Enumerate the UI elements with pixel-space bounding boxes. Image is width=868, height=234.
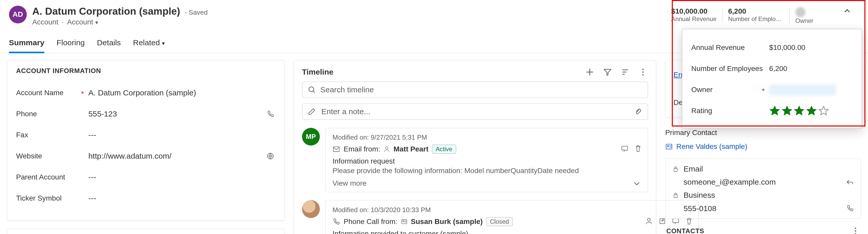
field-fax[interactable]: Fax --- — [16, 125, 275, 145]
chevron-down-icon[interactable] — [633, 179, 641, 187]
tab-summary[interactable]: Summary — [9, 34, 44, 53]
search-icon — [308, 86, 316, 94]
header-fields-flyout: Annual Revenue $10,000.00 Number of Empl… — [682, 29, 862, 129]
field-ticker-symbol[interactable]: Ticker Symbol --- — [16, 188, 275, 209]
timeline-item-card[interactable]: Modified on: 9/27/2021 5:31 PM Email fro… — [325, 128, 648, 193]
timeline-item-from[interactable]: Matt Peart — [394, 145, 429, 153]
tab-flooring[interactable]: Flooring — [57, 34, 85, 53]
tab-related[interactable]: Related▾ — [133, 34, 165, 53]
flyout-annual-revenue[interactable]: Annual Revenue $10,000.00 — [691, 37, 853, 58]
status-badge: Active — [432, 144, 456, 154]
timeline-view-more[interactable]: View more — [333, 179, 366, 188]
form-selector[interactable]: Account ▾ — [67, 18, 98, 26]
primary-contact-section: Primary Contact Rene Valdes (sample) — [665, 125, 861, 151]
contact-email-row[interactable]: Email — [672, 165, 854, 173]
chevron-down-icon: ▾ — [95, 19, 98, 26]
svg-point-3 — [643, 74, 644, 75]
timeline-item-modified: Modified on: 10/3/2020 10:33 PM — [333, 206, 692, 214]
star-icon[interactable] — [806, 105, 817, 116]
contact-business-row[interactable]: Business — [672, 191, 854, 200]
timeline-item-snippet: Please provide the following information… — [333, 167, 641, 175]
svg-rect-16 — [674, 195, 678, 198]
lock-icon — [672, 192, 679, 199]
required-indicator: * — [762, 87, 765, 95]
primary-contact-label: Primary Contact — [665, 129, 861, 137]
timeline-search-input[interactable]: Search timeline — [302, 81, 648, 98]
svg-point-6 — [386, 147, 388, 149]
timeline-item-card[interactable]: Modified on: 10/3/2020 10:33 PM Phone Ca… — [325, 200, 699, 234]
svg-rect-7 — [622, 146, 628, 150]
rating-stars[interactable] — [769, 105, 852, 116]
kf-revenue-value: $10,000.00 — [671, 7, 717, 15]
kf-annual-revenue[interactable]: $10,000.00 Annual Revenue — [665, 7, 722, 23]
chevron-down-icon: ▾ — [162, 40, 165, 46]
kf-owner-label: Owner — [796, 17, 834, 25]
svg-point-9 — [403, 221, 404, 222]
star-icon[interactable] — [769, 105, 780, 116]
svg-rect-5 — [334, 147, 339, 152]
dot-separator: · — [62, 18, 64, 26]
lock-icon — [672, 166, 679, 172]
primary-contact-link[interactable]: Rene Valdes (sample) — [665, 142, 861, 151]
timeline-item-from[interactable]: Susan Burk (sample) — [411, 218, 483, 226]
contact-icon — [665, 143, 673, 151]
saved-indicator: - Saved — [185, 9, 208, 16]
timeline-item-avatar: MP — [302, 128, 320, 145]
timeline-more-button[interactable] — [638, 67, 648, 77]
reply-icon[interactable] — [846, 178, 854, 186]
timeline-item-modified: Modified on: 9/27/2021 5:31 PM — [333, 134, 641, 141]
record-entity: Account — [32, 18, 58, 26]
star-icon[interactable] — [781, 105, 793, 116]
flyout-employees[interactable]: Number of Employees 6,200 — [691, 58, 853, 79]
timeline-title: Timeline — [302, 68, 585, 76]
timeline-reply-button[interactable] — [621, 145, 628, 153]
kf-employees[interactable]: 6,200 Number of Employees — [722, 7, 789, 23]
kf-owner[interactable]: Owner — [789, 7, 839, 25]
contacts-more-button[interactable] — [851, 227, 860, 234]
key-fields-toggle[interactable] — [839, 7, 855, 15]
flyout-revenue-value: $10,000.00 — [769, 43, 852, 52]
field-website[interactable]: Website http://www.adatum.com/ — [16, 145, 275, 167]
timeline-filter-button[interactable] — [602, 67, 613, 77]
phone-icon[interactable] — [267, 110, 276, 118]
timeline-note-input[interactable]: Enter a note... — [302, 103, 648, 120]
timeline-item: MP Modified on: 9/27/2021 5:31 PM Email … — [302, 128, 648, 193]
kf-employees-value: 6,200 — [728, 7, 784, 15]
status-badge: Closed — [486, 217, 513, 226]
contact-business-value: 555-0108 — [683, 204, 716, 213]
field-parent-account[interactable]: Parent Account --- — [16, 167, 275, 188]
field-account-name[interactable]: Account Name* A. Datum Corporation (samp… — [16, 82, 275, 103]
field-website-value: http://www.adatum.com/ — [88, 152, 172, 161]
header-key-fields: $10,000.00 Annual Revenue 6,200 Number o… — [662, 6, 859, 25]
globe-icon[interactable] — [267, 152, 276, 160]
record-avatar: AD — [9, 6, 27, 24]
timeline-item-subject: Information request — [333, 157, 641, 165]
field-parent-account-value: --- — [88, 173, 275, 181]
star-icon[interactable] — [818, 105, 829, 116]
contacts-title: CONTACTS — [666, 227, 704, 234]
account-information-title: ACCOUNT INFORMATION — [16, 67, 275, 74]
timeline-sort-button[interactable] — [620, 67, 630, 77]
field-account-name-value: A. Datum Corporation (sample) — [88, 89, 275, 97]
star-icon[interactable] — [794, 105, 805, 116]
flyout-rating[interactable]: Rating — [691, 100, 853, 121]
phone-icon[interactable] — [846, 204, 854, 212]
required-indicator: * — [81, 90, 84, 98]
address-card: ADDRESS — [7, 228, 285, 234]
timeline-assign-button[interactable] — [645, 217, 653, 225]
timeline-delete-button[interactable] — [634, 145, 642, 153]
timeline-item-subject: Information provided to customer (sample… — [333, 230, 692, 234]
field-phone[interactable]: Phone 555-123 — [16, 103, 275, 125]
tab-details[interactable]: Details — [97, 34, 121, 53]
person-icon — [383, 146, 390, 153]
flyout-owner[interactable]: Owner* — [691, 79, 853, 100]
svg-rect-15 — [674, 168, 678, 171]
field-ticker-symbol-value: --- — [88, 194, 275, 203]
contact-details-card: Email someone_i@example.com Business 555… — [665, 158, 861, 219]
phone-icon — [333, 218, 340, 226]
attachment-icon[interactable] — [634, 108, 642, 115]
svg-point-14 — [668, 145, 669, 147]
timeline-add-button[interactable] — [585, 67, 594, 77]
owner-chip[interactable] — [769, 85, 836, 95]
chevron-up-icon — [843, 7, 851, 15]
